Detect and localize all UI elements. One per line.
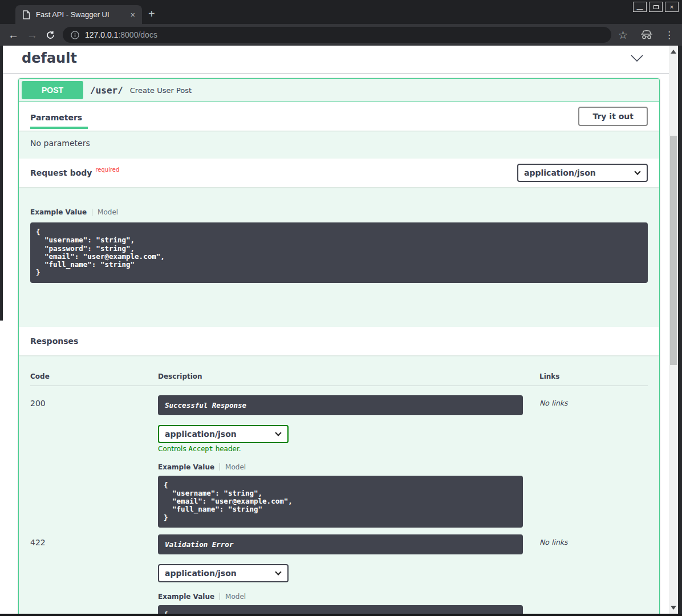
window-close-button[interactable]: ×: [665, 2, 679, 12]
responses-header: Responses: [19, 327, 659, 355]
model-example-tabs: Example Value Model: [30, 208, 648, 216]
back-button[interactable]: ←: [8, 30, 19, 40]
tab-separator: [220, 463, 220, 471]
window-bottom-border: [0, 614, 682, 616]
accept-header-note: Controls Accept header.: [158, 445, 523, 453]
request-body-section: Example Value Model { "username": "strin…: [19, 187, 659, 327]
site-info-icon[interactable]: [71, 31, 79, 39]
bookmark-star-icon[interactable]: ☆: [618, 29, 628, 42]
browser-tab[interactable]: Fast API - Swagger UI ×: [15, 5, 142, 24]
response-example-json[interactable]: { "username": "string", "email": "user@e…: [158, 476, 523, 528]
window-left-border: [0, 46, 3, 321]
endpoint-path: /user/: [90, 85, 123, 96]
response-description: Successful Response: [158, 395, 523, 415]
window-maximize-button[interactable]: [649, 2, 663, 12]
opblock-post-user: POST /user/ Create User Post Parameters …: [18, 78, 660, 614]
chevron-down-icon: [275, 569, 281, 575]
scrollbar-thumb[interactable]: [670, 136, 677, 365]
responses-title: Responses: [30, 337, 78, 346]
responses-section: Code Description Links 200 Successful Re…: [19, 355, 659, 614]
responses-table-header: Code Description Links: [30, 366, 648, 386]
chevron-down-icon: [275, 429, 281, 436]
column-description: Description: [158, 372, 539, 380]
response-description: Validation Error: [158, 534, 523, 554]
tab-example-value[interactable]: Example Value: [158, 463, 214, 471]
response-content-type-select[interactable]: application/json: [158, 564, 289, 582]
endpoint-summary: Create User Post: [130, 86, 192, 95]
parameters-header: Parameters Try it out: [19, 102, 659, 131]
window-controls: — ×: [633, 2, 679, 12]
request-body-header: Request body required application/json: [19, 159, 659, 187]
tab-model[interactable]: Model: [225, 463, 246, 471]
response-links: No links: [539, 534, 648, 614]
maximize-icon: [653, 5, 659, 9]
response-example-json[interactable]: { "detail": [: [158, 605, 523, 614]
browser-titlebar: Fast API - Swagger UI × + — ×: [0, 0, 682, 24]
column-links: Links: [539, 372, 648, 380]
request-example-json[interactable]: { "username": "string", "password": "str…: [30, 222, 648, 283]
response-code: 200: [30, 395, 158, 528]
url-bar[interactable]: 127.0.0.1:8000/docs: [63, 27, 611, 43]
tab-title: Fast API - Swagger UI: [36, 10, 128, 19]
column-code: Code: [30, 372, 158, 380]
window-minimize-button[interactable]: —: [633, 2, 647, 12]
window-right-border: [678, 46, 682, 616]
tag-section-header[interactable]: default: [0, 46, 669, 74]
request-content-type-select[interactable]: application/json: [517, 164, 648, 182]
page-scrollbar[interactable]: [669, 46, 678, 614]
parameters-title: Parameters: [30, 113, 87, 122]
request-content-type-value: application/json: [524, 168, 596, 177]
request-body-title: Request body: [30, 168, 92, 177]
url-path: :8000/docs: [118, 30, 157, 39]
page-favicon-icon: [22, 10, 30, 19]
tab-model[interactable]: Model: [225, 593, 246, 601]
response-content-type-value: application/json: [165, 569, 237, 578]
tab-separator: [92, 209, 92, 216]
response-links: No links: [539, 395, 648, 528]
reload-button[interactable]: [46, 30, 55, 40]
tab-example-value[interactable]: Example Value: [158, 593, 214, 601]
accept-keyword: Accept: [188, 445, 213, 453]
url-text: 127.0.0.1:8000/docs: [85, 30, 157, 39]
http-method-badge: POST: [22, 81, 83, 99]
response-code: 422: [30, 534, 158, 614]
new-tab-button[interactable]: +: [148, 8, 155, 19]
required-label: required: [95, 167, 119, 173]
response-row-422: 422 Validation Error application/json Ex…: [30, 528, 648, 614]
forward-button[interactable]: →: [27, 30, 38, 40]
url-host: 127.0.0.1: [85, 30, 118, 39]
model-example-tabs: Example Value Model: [158, 593, 523, 601]
scrollbar-down-arrow-icon[interactable]: [671, 606, 676, 610]
response-row-200: 200 Successful Response application/json…: [30, 386, 648, 528]
tab-close-icon[interactable]: ×: [128, 10, 137, 19]
incognito-icon: [640, 30, 653, 39]
try-it-out-button[interactable]: Try it out: [578, 107, 648, 126]
browser-menu-icon[interactable]: ⋮: [664, 29, 674, 41]
tab-separator: [220, 593, 220, 600]
response-content-type-select[interactable]: application/json: [158, 425, 289, 443]
scrollbar-up-arrow-icon[interactable]: [671, 50, 676, 54]
model-example-tabs: Example Value Model: [158, 463, 523, 471]
tag-section-title: default: [22, 50, 77, 66]
collapse-chevron-icon[interactable]: [631, 55, 643, 62]
tab-example-value[interactable]: Example Value: [30, 208, 87, 216]
swagger-page: default POST /user/ Create User Post Par…: [0, 46, 669, 614]
tab-model[interactable]: Model: [98, 208, 118, 216]
opblock-summary[interactable]: POST /user/ Create User Post: [19, 79, 659, 102]
response-content-type-value: application/json: [165, 429, 237, 439]
no-parameters-text: No parameters: [19, 131, 659, 159]
chevron-down-icon: [634, 168, 640, 175]
parameters-tab: Parameters: [30, 110, 88, 129]
browser-toolbar: ← → 127.0.0.1:8000/docs ☆ ⋮: [0, 24, 682, 46]
